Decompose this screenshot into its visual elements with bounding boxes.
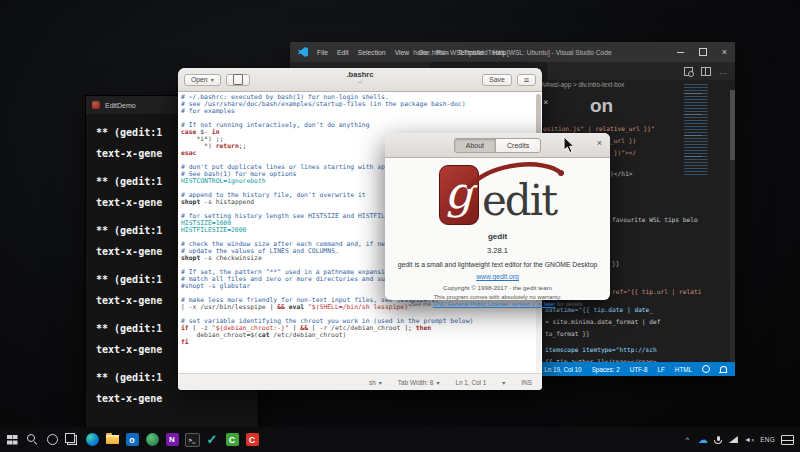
split-editor-icon[interactable] (701, 67, 711, 76)
gedit-logo: g edit (439, 163, 556, 225)
vscode-titlebar[interactable]: FileEditSelectionViewGoRunTerminalHelp h… (290, 42, 735, 62)
terminal-line: text-x-gene (96, 388, 258, 409)
app-description: gedit is a small and lightweight text ed… (398, 261, 597, 268)
about-dialog: About Credits × g edit gedit 3.28.1 gedi… (385, 133, 610, 300)
notifications-bell-icon[interactable] (720, 366, 727, 372)
code-line: fi (181, 339, 542, 346)
edge-icon[interactable] (82, 427, 102, 452)
gedit-logo-swash (465, 159, 583, 189)
status-item[interactable]: UTF-8 (630, 366, 648, 373)
touch-keyboard-icon[interactable] (781, 427, 794, 452)
chevron-down-icon[interactable]: ▾ (502, 379, 505, 386)
vscode-menubar: FileEditSelectionViewGoRunTerminalHelp (317, 49, 506, 56)
chevron-down-icon: ▾ (211, 76, 214, 83)
scrollbar-thumb[interactable] (730, 90, 735, 160)
code-fragment: }} (612, 260, 619, 268)
save-button[interactable]: Save (482, 74, 512, 86)
language-indicator[interactable]: ENG (760, 427, 775, 452)
website-link[interactable]: www.gedit.org (476, 273, 519, 280)
editor-scrollbar[interactable] (730, 90, 735, 362)
code-fragment: to_format }} (545, 330, 590, 338)
app-c-red-icon[interactable] (242, 427, 262, 452)
code-fragment: on (590, 102, 613, 110)
task-view-icon[interactable] (62, 427, 82, 452)
app-name: gedit (488, 232, 507, 241)
start-icon[interactable] (2, 427, 22, 452)
code-fragment: )</h1> (610, 170, 632, 178)
gedit-statusbar: sh ▾ Tab Width: 8 ▾ Ln 1, Col 1 ▾ INS (178, 373, 542, 390)
status-item[interactable]: LF (657, 366, 664, 373)
tab-about[interactable]: About (454, 138, 496, 153)
cortana-icon[interactable] (42, 427, 62, 452)
mouse-cursor (563, 136, 575, 154)
about-dialog-header[interactable]: About Credits × (385, 133, 610, 158)
outlook-icon[interactable] (122, 427, 142, 452)
open-button[interactable]: Open ▾ (184, 74, 221, 86)
save-button-label: Save (489, 76, 505, 83)
menu-go[interactable]: Go (418, 49, 427, 56)
editor-actions: … (684, 67, 727, 76)
system-tray: ^☁◄ENG (683, 427, 798, 452)
menu-run[interactable]: Run (436, 49, 448, 56)
minimap[interactable] (684, 84, 717, 176)
license-prefix: See the (411, 301, 433, 307)
warranty-text: This program comes with absolutely no wa… (434, 294, 562, 300)
app-version: 3.28.1 (487, 246, 508, 255)
open-preview-icon[interactable] (684, 67, 693, 76)
chevron-down-icon: ▾ (379, 379, 382, 386)
open-button-label: Open (191, 76, 208, 83)
microphone-icon[interactable] (714, 427, 723, 452)
desktop: EditDemo ** (gedit:1text-x-gene** (gedit… (0, 0, 800, 452)
close-icon[interactable]: × (722, 48, 727, 57)
copyright-text: Copyright © 1998-2017 - the gedit team (443, 284, 552, 291)
checkmark-app-icon[interactable]: ✓ (202, 427, 222, 452)
onenote-icon[interactable] (162, 427, 182, 452)
menu-button[interactable]: ≡ (517, 74, 536, 86)
new-document-button[interactable] (226, 74, 250, 86)
code-fragment: × (543, 98, 548, 106)
language-label: sh (369, 379, 376, 386)
menu-terminal[interactable]: Terminal (458, 49, 484, 56)
language-selector[interactable]: sh ▾ (369, 379, 382, 386)
menu-edit[interactable]: Edit (337, 49, 349, 56)
code-fragment: ref="{{ tip.url | relati (612, 288, 701, 296)
license-link[interactable]: GNU General Public License, version 2 or… (433, 301, 555, 307)
status-item[interactable]: HTML (675, 366, 692, 373)
code-fragment: favourite WSL tips belo (612, 216, 698, 224)
feedback-icon[interactable] (702, 365, 710, 373)
code-line: # for examples (181, 108, 542, 115)
tab-width-label: Tab Width: 8 (398, 379, 434, 386)
maximize-icon[interactable] (699, 48, 707, 56)
code-fragment: itemscope itemtype="http://sch (545, 346, 657, 354)
minimize-icon[interactable] (677, 52, 684, 53)
gedit-headerbar[interactable]: Open ▾ .bashrc ~/ Save ≡ (178, 68, 542, 92)
code-line: debian_chroot=$(cat /etc/debian_chroot) (181, 332, 542, 339)
app-c-green-icon[interactable] (222, 427, 242, 452)
close-icon[interactable]: × (597, 139, 602, 148)
tab-width-selector[interactable]: Tab Width: 8 ▾ (398, 379, 440, 386)
onedrive-icon[interactable]: ☁ (698, 427, 708, 452)
menu-selection[interactable]: Selection (358, 49, 386, 56)
volume-icon[interactable]: ◄ (744, 427, 754, 452)
code-fragment: datetime="{{ tip.date | date_ (545, 306, 653, 314)
status-item[interactable]: Ln 19, Col 10 (544, 366, 581, 373)
editdemo-title: EditDemo (105, 102, 136, 109)
search-icon[interactable] (22, 427, 42, 452)
code-line: # If not running interactively, don't do… (181, 122, 542, 129)
status-items: Ln 19, Col 10Spaces: 2UTF-8LFHTML (544, 366, 692, 373)
menu-view[interactable]: View (395, 49, 410, 56)
taskbar: ✓ ^☁◄ENG (0, 427, 800, 452)
menu-file[interactable]: File (317, 49, 328, 56)
status-item[interactable]: Spaces: 2 (592, 366, 620, 373)
green-app-icon[interactable] (142, 427, 162, 452)
more-actions-icon[interactable]: … (719, 69, 727, 75)
terminal-icon[interactable] (182, 427, 202, 452)
chevron-up-icon[interactable]: ^ (683, 427, 692, 452)
breadcrumb[interactable]: div#wsl-app > div.intro-text-box (538, 81, 625, 88)
network-icon[interactable] (729, 427, 738, 452)
tab-credits[interactable]: Credits (495, 138, 541, 153)
file-explorer-icon[interactable] (102, 427, 122, 452)
code-fragment: = site.minima.date_format | def (545, 318, 660, 326)
menu-help[interactable]: Help (492, 49, 506, 56)
vscode-window-controls: × (677, 48, 727, 57)
